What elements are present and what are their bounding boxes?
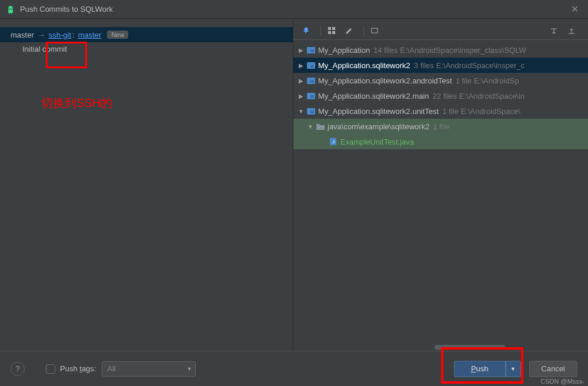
close-icon[interactable]: ✕: [567, 4, 582, 15]
svg-rect-12: [310, 95, 314, 98]
tree-node[interactable]: ▶ My_Application.sqlitework2 3 files E:\…: [293, 58, 588, 73]
annotation-text: 切换到SSH的: [41, 95, 112, 111]
remote-link[interactable]: ssh-git: [49, 31, 71, 39]
module-icon: [306, 92, 316, 100]
chevron-right-icon[interactable]: ▶: [297, 78, 305, 84]
svg-rect-2: [328, 31, 331, 34]
svg-rect-0: [328, 27, 331, 30]
chevron-right-icon[interactable]: ▶: [297, 62, 305, 69]
files-toolbar: [293, 21, 588, 40]
tree-node[interactable]: ▼ java\com\example\sqlitework2 1 file: [293, 119, 588, 134]
svg-rect-1: [332, 27, 335, 30]
bottom-bar: ? Push tags: All ▼ Push ▼ Cancel: [0, 351, 588, 386]
tree-node[interactable]: ▶ My_Application 14 files E:\AndroidSpac…: [293, 42, 588, 58]
edit-icon[interactable]: [342, 24, 356, 38]
files-panel: ▶ My_Application 14 files E:\AndroidSpac…: [293, 19, 588, 351]
module-icon: [306, 107, 316, 115]
window-title: Push Commits to SQLWork: [20, 5, 567, 14]
chevron-right-icon[interactable]: ▶: [297, 47, 305, 53]
svg-rect-10: [310, 80, 314, 83]
file-tree[interactable]: ▶ My_Application 14 files E:\AndroidSpac…: [293, 40, 588, 353]
collapse-icon[interactable]: [564, 24, 579, 38]
svg-rect-8: [310, 65, 314, 68]
remote-branch-link[interactable]: master: [78, 31, 102, 39]
push-tags-combo[interactable]: All ▼: [102, 361, 196, 377]
commits-panel: master → ssh-git : master New Initial co…: [0, 19, 293, 351]
java-file-icon: J: [329, 137, 338, 146]
svg-rect-6: [310, 49, 314, 52]
chevron-down-icon[interactable]: ▼: [297, 108, 305, 115]
branch-row[interactable]: master → ssh-git : master New: [0, 27, 293, 42]
push-tags-checkbox[interactable]: [46, 364, 55, 374]
commit-item[interactable]: Initial commit: [0, 42, 293, 56]
chevron-down-icon[interactable]: ▼: [306, 123, 315, 130]
group-icon[interactable]: [325, 24, 339, 38]
module-icon: [306, 76, 316, 85]
chevron-right-icon[interactable]: ▶: [297, 93, 305, 99]
arrow-icon: →: [38, 31, 45, 39]
preview-icon[interactable]: [368, 24, 382, 38]
watermark: CSDN @Msss-: [540, 378, 584, 385]
svg-text:J: J: [332, 139, 335, 145]
folder-icon: [316, 122, 325, 130]
module-icon: [306, 61, 316, 69]
cancel-button[interactable]: Cancel: [529, 361, 577, 377]
tree-node[interactable]: ▶ My_Application.sqlitework2.androidTest…: [293, 73, 588, 88]
push-dropdown[interactable]: ▼: [506, 361, 521, 377]
push-button-group: Push ▼: [454, 361, 521, 377]
push-button[interactable]: Push: [454, 361, 506, 377]
svg-rect-4: [372, 28, 377, 33]
local-branch: master: [11, 31, 34, 39]
tree-node[interactable]: ▼ My_Application.sqlitework2.unitTest 1 …: [293, 103, 588, 119]
push-tags-label: Push tags:: [60, 364, 96, 373]
help-button[interactable]: ?: [11, 362, 25, 376]
svg-rect-3: [332, 31, 335, 34]
chevron-down-icon: ▼: [187, 366, 192, 372]
titlebar: Push Commits to SQLWork ✕: [0, 0, 588, 19]
android-icon: [6, 5, 15, 14]
tree-file[interactable]: J ExampleUnitTest.java: [293, 134, 588, 149]
pin-icon[interactable]: [299, 24, 313, 38]
tree-node[interactable]: ▶ My_Application.sqlitework2.main 22 fil…: [293, 88, 588, 103]
expand-icon[interactable]: [547, 24, 561, 38]
scrollbar-thumb[interactable]: [435, 345, 505, 350]
module-icon: [306, 46, 316, 54]
horizontal-scrollbar[interactable]: [293, 344, 588, 351]
new-badge: New: [107, 31, 128, 39]
svg-rect-14: [310, 110, 314, 113]
